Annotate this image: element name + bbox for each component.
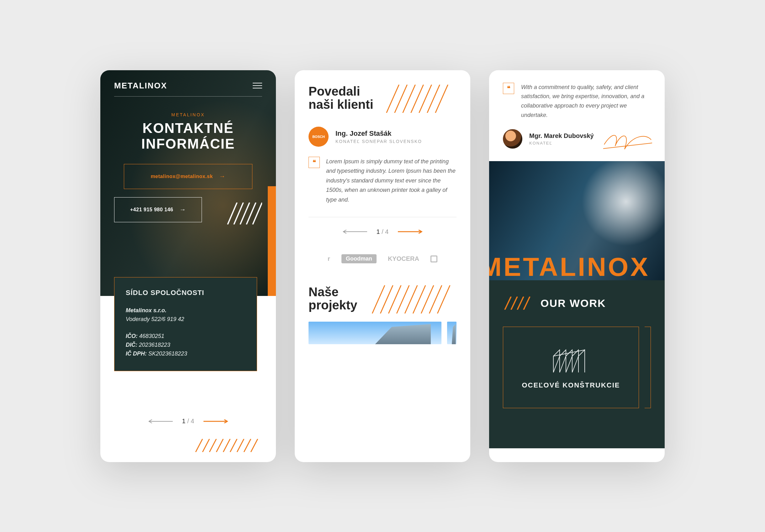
- partner-logos-row: r Goodman KYOCERA: [309, 254, 456, 264]
- title-line-2: projekty: [309, 298, 358, 312]
- svg-line-13: [237, 439, 244, 452]
- svg-line-22: [435, 85, 448, 113]
- svg-line-19: [411, 85, 423, 113]
- welding-hero-image: METALINOX: [489, 161, 665, 280]
- about-top: ❝ With a commitment to quality, safety, …: [489, 70, 665, 149]
- service-card-peek[interactable]: [645, 327, 651, 408]
- client-role: KONATEĽ SONEPAR SLOVENSKO: [336, 139, 422, 144]
- svg-line-12: [230, 439, 237, 452]
- author-avatar: [503, 129, 522, 149]
- svg-line-11: [223, 439, 230, 452]
- hamburger-menu-icon[interactable]: [253, 83, 262, 88]
- svg-line-28: [396, 285, 409, 313]
- commitment-quote: ❝ With a commitment to quality, safety, …: [503, 83, 651, 120]
- icdph-label: IČ DPH:: [126, 350, 147, 357]
- author-role: KONATEĽ: [529, 141, 594, 146]
- section-header: Povedali naši klienti: [309, 85, 456, 113]
- our-work-title: OUR WORK: [540, 297, 606, 309]
- client-name: Ing. Jozef Stašák: [336, 130, 422, 138]
- svg-line-38: [553, 356, 560, 372]
- title-line-2: naši klienti: [309, 98, 374, 111]
- pager-next-button[interactable]: [204, 418, 229, 425]
- svg-line-15: [251, 439, 258, 452]
- dic-label: DIČ:: [126, 342, 137, 348]
- svg-line-32: [429, 285, 442, 313]
- svg-line-30: [413, 285, 425, 313]
- service-card-title: OCEĽOVÉ KONŠTRUKCIE: [522, 381, 620, 389]
- page-title: KONTAKTNÉ INFORMÁCIE: [114, 120, 262, 152]
- svg-line-26: [380, 285, 393, 313]
- pager-prev-button[interactable]: [148, 418, 173, 425]
- phone-cta-button[interactable]: +421 915 980 146 →: [114, 197, 202, 222]
- svg-line-36: [517, 296, 523, 310]
- phone-about: ❝ With a commitment to quality, safety, …: [489, 70, 665, 462]
- stripes-decoration-icon: [193, 439, 262, 452]
- testimonial-block: ❝ Lorem Ipsum is simply dummy text of th…: [309, 157, 456, 218]
- svg-line-21: [427, 85, 439, 113]
- pager-total: / 4: [382, 228, 388, 235]
- our-work-header: OUR WORK: [503, 296, 651, 310]
- svg-line-18: [402, 85, 415, 113]
- service-card[interactable]: OCEĽOVÉ KONŠTRUKCIE: [503, 327, 639, 408]
- company-name: Metalinox s.r.o.: [126, 307, 167, 313]
- client-logo-avatar: BOSCH: [309, 127, 329, 147]
- svg-line-34: [505, 296, 511, 310]
- pager-current: 1: [377, 228, 380, 235]
- projects-image-row[interactable]: [309, 322, 456, 344]
- arrow-right-icon: →: [219, 173, 226, 180]
- structure-icon: [552, 345, 590, 374]
- author-name: Mgr. Marek Dubovský: [529, 132, 594, 140]
- quote-icon: ❝: [309, 157, 320, 168]
- svg-line-35: [511, 296, 517, 310]
- partner-logo: r: [328, 255, 330, 263]
- email-label: metalinox@metalinox.sk: [151, 174, 213, 179]
- partner-logo: KYOCERA: [388, 255, 419, 263]
- svg-line-33: [437, 285, 450, 313]
- card-heading: SÍDLO SPOLOČNOSTI: [126, 289, 246, 297]
- project-thumbnail[interactable]: [309, 322, 441, 344]
- svg-line-31: [421, 285, 433, 313]
- svg-line-39: [560, 356, 566, 372]
- stripes-decoration-icon: [225, 203, 262, 225]
- svg-line-37: [523, 296, 530, 310]
- stripes-decoration-icon: [363, 285, 456, 313]
- ico-value: 46830251: [139, 333, 164, 339]
- dic-value: 2023618223: [139, 342, 170, 348]
- pager: 1 / 4: [100, 418, 276, 425]
- email-cta-button[interactable]: metalinox@metalinox.sk →: [124, 164, 252, 189]
- partner-logo-partial: [430, 256, 437, 263]
- client-row: BOSCH Ing. Jozef Stašák KONATEĽ SONEPAR …: [309, 127, 456, 147]
- pager-count: 1 / 4: [182, 418, 194, 425]
- svg-line-7: [196, 439, 203, 452]
- svg-line-29: [405, 285, 417, 313]
- eyebrow-text: METALINOX: [114, 112, 262, 117]
- icdph-value: SK2023618223: [148, 350, 187, 357]
- brand-overlay-text: METALINOX: [489, 252, 650, 282]
- brand-logo: METALINOX: [114, 81, 167, 91]
- pager-total: / 4: [187, 418, 194, 424]
- pager-prev-button[interactable]: [342, 228, 367, 236]
- company-address: Voderady 522/6 919 42: [126, 316, 184, 322]
- pager-next-button[interactable]: [398, 228, 423, 236]
- pager-current: 1: [182, 418, 186, 424]
- svg-line-17: [394, 85, 407, 113]
- title-line-2: INFORMÁCIE: [141, 136, 235, 152]
- svg-line-40: [566, 356, 572, 372]
- svg-line-10: [216, 439, 223, 452]
- stripes-decoration-icon: [503, 296, 532, 310]
- pager: 1 / 4: [309, 228, 456, 236]
- testimonial-text: Lorem Ipsum is simply dummy text of the …: [326, 157, 456, 205]
- projects-title: Naše projekty: [309, 285, 358, 311]
- title-line-1: Naše: [309, 285, 339, 299]
- project-thumbnail-peek[interactable]: [447, 322, 456, 344]
- phone-testimonials: Povedali naši klienti BOSCH Ing. Jozef S…: [295, 70, 470, 462]
- svg-line-27: [388, 285, 401, 313]
- title-line-1: KONTAKTNÉ: [143, 120, 234, 136]
- partner-logo: Goodman: [342, 254, 377, 264]
- svg-line-25: [372, 285, 385, 313]
- signature-icon: [603, 130, 653, 152]
- author-row: Mgr. Marek Dubovský KONATEĽ: [503, 129, 651, 149]
- svg-line-41: [572, 356, 578, 372]
- client-logo-text: BOSCH: [312, 135, 325, 139]
- ico-label: IČO:: [126, 333, 138, 339]
